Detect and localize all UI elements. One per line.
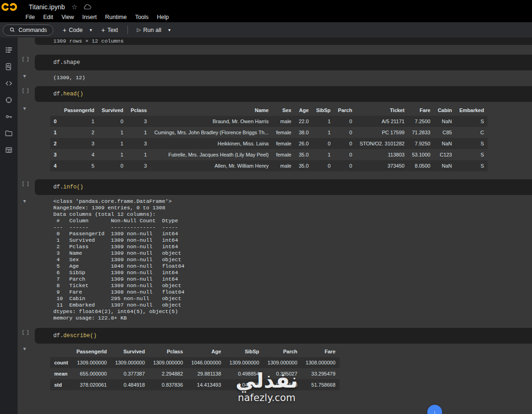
table-cell: S	[456, 116, 488, 127]
run-all-label: Run all	[143, 27, 161, 33]
execution-indicator[interactable]: [ ]	[22, 330, 29, 335]
code-editor[interactable]: df.head()	[35, 86, 532, 102]
cloud-save-icon[interactable]	[83, 3, 92, 11]
code-snippets-icon[interactable]	[4, 79, 13, 88]
table-cell: Heikkinen, Miss. Laina	[151, 138, 272, 149]
secrets-key-icon[interactable]	[4, 113, 13, 121]
table-of-contents-icon[interactable]	[4, 46, 13, 54]
column-header: Pclass	[127, 106, 151, 116]
table-cell: 1	[98, 149, 127, 160]
add-code-dropdown-icon[interactable]: ▾	[89, 27, 92, 32]
table-cell: 51.758668	[302, 379, 340, 390]
code-editor[interactable]: df.info()	[35, 179, 532, 195]
table-cell: Futrelle, Mrs. Jacques Heath (Lily May P…	[151, 149, 272, 160]
collapse-output-icon[interactable]: ▾	[23, 105, 26, 112]
output-df-describe: ▾ PassengerIdSurvivedPclassAgeSibSpParch…	[18, 346, 532, 390]
menu-help[interactable]: Help	[153, 13, 173, 21]
run-all-dropdown-icon[interactable]: ▾	[168, 27, 171, 32]
table-cell: 53.1000	[408, 149, 434, 160]
table-cell: 0	[334, 138, 356, 149]
table-cell: 378.020061	[72, 379, 111, 390]
find-and-replace-icon[interactable]	[4, 63, 13, 71]
column-header: Parch	[334, 106, 356, 116]
data-table-icon[interactable]	[4, 146, 13, 154]
add-code-button[interactable]: + Code	[60, 25, 85, 35]
table-cell: 1	[127, 149, 151, 160]
info-output-text: <class 'pandas.core.frame.DataFrame'> Ra…	[53, 198, 532, 321]
table-cell: 7.2500	[408, 116, 434, 127]
menu-insert[interactable]: Insert	[78, 13, 101, 21]
collapse-output-icon[interactable]: ▾	[23, 345, 26, 352]
menu-runtime[interactable]: Runtime	[101, 13, 131, 21]
table-cell: 0	[334, 127, 356, 138]
table-cell: Allen, Mr. William Henry	[151, 160, 272, 171]
table-cell: Braund, Mr. Owen Harris	[151, 116, 272, 127]
menu-file[interactable]: File	[21, 13, 39, 21]
code-text: df.	[53, 332, 63, 339]
code-editor[interactable]: df.shape	[35, 55, 532, 70]
table-cell: A/5 21171	[356, 116, 408, 127]
table-cell: 0.498854	[225, 368, 263, 379]
execution-indicator[interactable]: [ ]	[22, 57, 29, 62]
menu-view[interactable]: View	[57, 13, 78, 21]
table-cell: 1	[98, 138, 127, 149]
table-cell: S	[456, 138, 488, 149]
table-cell: NaN	[434, 116, 456, 127]
output-text: (1309, 12)	[53, 75, 532, 81]
table-cell: female	[272, 127, 295, 138]
table-cell: 38.0	[295, 127, 312, 138]
play-icon: ▷	[137, 27, 141, 33]
column-header: Fare	[408, 106, 434, 116]
files-folder-icon[interactable]	[4, 129, 13, 138]
execution-indicator[interactable]: [ ]	[22, 182, 29, 187]
table-cell: 1309.000000	[111, 357, 149, 368]
table-cell: NaN	[434, 138, 456, 149]
table-cell: C123	[434, 149, 456, 160]
menu-tools[interactable]: Tools	[131, 13, 152, 21]
table-cell: 7.9250	[408, 138, 434, 149]
menu-edit[interactable]: Edit	[39, 13, 57, 21]
variables-icon[interactable]	[4, 96, 13, 104]
code-text: df.shape	[53, 59, 80, 66]
commands-button[interactable]: Commands	[3, 25, 53, 36]
add-code-label: Code	[69, 27, 83, 33]
colab-logo-icon[interactable]	[1, 2, 18, 12]
column-header: Ticket	[356, 106, 408, 116]
table-cell: 3	[60, 138, 98, 149]
table-cell: male	[272, 160, 295, 171]
table-cell: 1308.000000	[302, 357, 340, 368]
code-text: df.	[53, 184, 63, 190]
table-cell: S	[456, 149, 488, 160]
column-header: Survived	[111, 346, 149, 357]
dataframe-shape-caption: 1309 rows × 12 columns	[53, 38, 124, 44]
code-text: df.	[53, 91, 63, 97]
star-icon[interactable]: ☆	[71, 3, 77, 11]
output-df-shape: ▾ (1309, 12)	[18, 73, 532, 81]
table-cell: 33.295479	[302, 368, 340, 379]
left-sidebar	[0, 38, 18, 414]
table-cell: 1046.000000	[187, 357, 225, 368]
table-cell: female	[272, 138, 295, 149]
plus-icon: +	[101, 28, 105, 32]
column-header: Survived	[98, 106, 127, 116]
table-cell: male	[272, 116, 295, 127]
column-header: Age	[187, 346, 225, 357]
table-cell: 0	[312, 138, 334, 149]
collapse-output-icon[interactable]: ▾	[23, 198, 26, 204]
collapse-output-icon[interactable]: ▾	[23, 73, 26, 79]
table-cell: 5	[60, 160, 98, 171]
column-header: Age	[295, 106, 312, 116]
table-cell: 35.0	[295, 160, 312, 171]
notebook-title[interactable]: Titanic.ipynb	[29, 3, 65, 11]
code-editor[interactable]: df.describe()	[35, 328, 532, 344]
run-all-button[interactable]: ▷ Run all	[134, 25, 164, 35]
execution-indicator[interactable]: [ ]	[22, 88, 29, 94]
table-row: 4503Allen, Mr. William Henrymale35.00037…	[50, 160, 488, 171]
table-cell: 8.0500	[408, 160, 434, 171]
code-cell-df-shape: [ ] df.shape	[18, 55, 532, 70]
code-cell-df-info: [ ] df.info()	[18, 179, 532, 195]
table-cell: PC 17599	[356, 127, 408, 138]
table-cell: 1309.000000	[149, 357, 187, 368]
table-cell: S	[456, 160, 488, 171]
add-text-button[interactable]: + Text	[98, 25, 120, 35]
